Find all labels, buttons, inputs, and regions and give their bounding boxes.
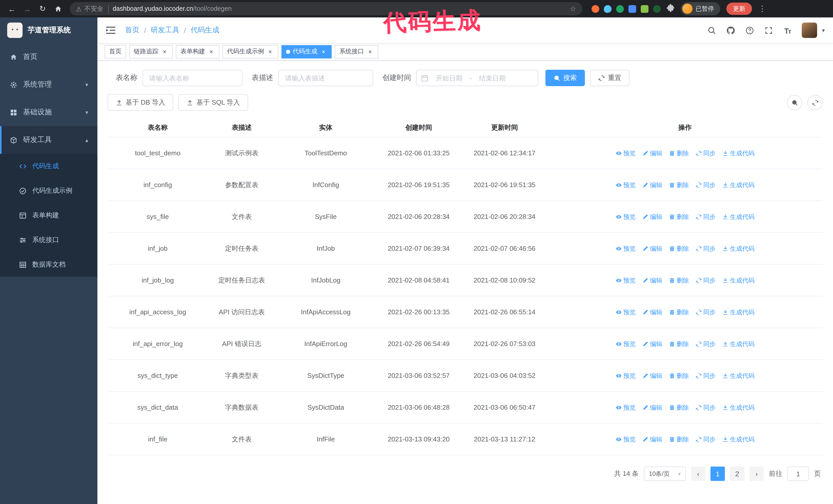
delete-link[interactable]: 删除 bbox=[669, 148, 689, 158]
goto-page-input[interactable] bbox=[787, 466, 809, 481]
page-button-1[interactable]: 1 bbox=[711, 466, 725, 481]
generate-code-link[interactable]: 生成代码 bbox=[722, 244, 755, 253]
search-icon[interactable] bbox=[707, 26, 716, 35]
tab-5[interactable]: 系统接口× bbox=[335, 45, 378, 58]
sidebar-item-system-api[interactable]: 系统接口 bbox=[0, 227, 97, 252]
sync-link[interactable]: 同步 bbox=[696, 180, 716, 189]
sidebar-item-db-doc[interactable]: 数据库文档 bbox=[0, 252, 97, 277]
preview-link[interactable]: 预览 bbox=[616, 434, 636, 444]
import-db-button[interactable]: 基于 DB 导入 bbox=[108, 94, 173, 111]
sidebar-item-home[interactable]: 首页 bbox=[0, 43, 97, 71]
generate-code-link[interactable]: 生成代码 bbox=[722, 371, 755, 380]
browser-update-button[interactable]: 更新 bbox=[727, 3, 752, 15]
sync-link[interactable]: 同步 bbox=[696, 148, 716, 158]
edit-link[interactable]: 编辑 bbox=[642, 434, 662, 444]
sidebar-item-infrastructure[interactable]: 基础设施 ▾ bbox=[0, 98, 97, 126]
preview-link[interactable]: 预览 bbox=[616, 180, 636, 189]
preview-link[interactable]: 预览 bbox=[616, 403, 636, 412]
extension-icon[interactable] bbox=[604, 5, 612, 13]
extension-icon[interactable] bbox=[641, 5, 648, 13]
sync-link[interactable]: 同步 bbox=[696, 244, 716, 253]
sync-link[interactable]: 同步 bbox=[696, 339, 716, 349]
delete-link[interactable]: 删除 bbox=[669, 339, 689, 349]
help-icon[interactable] bbox=[745, 26, 754, 35]
preview-link[interactable]: 预览 bbox=[616, 339, 636, 349]
avatar-caret-down-icon[interactable]: ▾ bbox=[822, 27, 825, 33]
reset-button[interactable]: 重置 bbox=[590, 70, 629, 86]
delete-link[interactable]: 删除 bbox=[669, 434, 689, 444]
preview-link[interactable]: 预览 bbox=[616, 148, 636, 158]
tab-0[interactable]: 首页 bbox=[104, 45, 126, 58]
tab-1[interactable]: 链路追踪× bbox=[129, 45, 173, 58]
delete-link[interactable]: 删除 bbox=[669, 275, 689, 285]
browser-home-button[interactable] bbox=[51, 2, 65, 16]
url-bar[interactable]: ⚠ 不安全 dashboard.yudao.iocoder.cn/tool/co… bbox=[70, 2, 582, 16]
generate-code-link[interactable]: 生成代码 bbox=[722, 148, 755, 158]
edit-link[interactable]: 编辑 bbox=[642, 371, 662, 380]
delete-link[interactable]: 删除 bbox=[669, 180, 689, 189]
sidebar-item-codegen-example[interactable]: 代码生成示例 bbox=[0, 178, 97, 203]
generate-code-link[interactable]: 生成代码 bbox=[722, 434, 755, 444]
preview-link[interactable]: 预览 bbox=[616, 244, 636, 253]
sync-link[interactable]: 同步 bbox=[696, 434, 716, 444]
preview-link[interactable]: 预览 bbox=[616, 212, 636, 221]
browser-back-button[interactable]: ← bbox=[5, 2, 19, 16]
sync-link[interactable]: 同步 bbox=[696, 371, 716, 380]
generate-code-link[interactable]: 生成代码 bbox=[722, 180, 755, 189]
browser-reload-button[interactable]: ↻ bbox=[36, 2, 49, 16]
delete-link[interactable]: 删除 bbox=[669, 307, 689, 317]
tab-4[interactable]: 代码生成× bbox=[281, 45, 332, 58]
generate-code-link[interactable]: 生成代码 bbox=[722, 307, 755, 317]
extension-icon[interactable] bbox=[653, 5, 661, 13]
delete-link[interactable]: 删除 bbox=[669, 371, 689, 380]
delete-link[interactable]: 删除 bbox=[669, 244, 689, 253]
edit-link[interactable]: 编辑 bbox=[642, 307, 662, 317]
tab-3[interactable]: 代码生成示例× bbox=[222, 45, 278, 58]
next-page-button[interactable]: › bbox=[749, 466, 764, 481]
table-name-input[interactable] bbox=[143, 70, 242, 86]
preview-link[interactable]: 预览 bbox=[616, 275, 636, 285]
edit-link[interactable]: 编辑 bbox=[642, 180, 662, 189]
table-desc-input[interactable] bbox=[278, 70, 373, 86]
delete-link[interactable]: 删除 bbox=[669, 212, 689, 221]
start-date-input[interactable] bbox=[430, 74, 469, 82]
edit-link[interactable]: 编辑 bbox=[642, 339, 662, 349]
browser-forward-button[interactable]: → bbox=[21, 2, 34, 16]
site-security-chip[interactable]: ⚠ 不安全 bbox=[76, 4, 109, 13]
github-icon[interactable] bbox=[726, 26, 735, 35]
breadcrumb-home[interactable]: 首页 bbox=[125, 26, 139, 35]
breadcrumb-dev-tools[interactable]: 研发工具 bbox=[151, 26, 180, 35]
browser-profile-pill[interactable]: 已暂停 bbox=[681, 2, 720, 16]
extension-icon[interactable] bbox=[628, 5, 636, 13]
tab-2[interactable]: 表单构建× bbox=[176, 45, 219, 58]
extension-icon[interactable] bbox=[616, 5, 624, 13]
edit-link[interactable]: 编辑 bbox=[642, 212, 662, 221]
edit-link[interactable]: 编辑 bbox=[642, 403, 662, 412]
search-button[interactable]: 搜索 bbox=[545, 70, 585, 86]
bookmark-star-icon[interactable]: ☆ bbox=[570, 5, 576, 13]
prev-page-button[interactable]: ‹ bbox=[691, 466, 705, 481]
font-size-icon[interactable] bbox=[783, 26, 792, 35]
tab-close-icon[interactable]: × bbox=[320, 48, 327, 55]
extension-icon[interactable] bbox=[592, 5, 599, 13]
sidebar-logo[interactable]: 芋道管理系统 bbox=[0, 18, 97, 43]
sidebar-item-form-builder[interactable]: 表单构建 bbox=[0, 203, 97, 227]
sync-link[interactable]: 同步 bbox=[696, 275, 716, 285]
generate-code-link[interactable]: 生成代码 bbox=[722, 339, 755, 349]
sync-link[interactable]: 同步 bbox=[696, 212, 716, 221]
sync-link[interactable]: 同步 bbox=[696, 403, 716, 412]
sidebar-item-dev-tools[interactable]: 研发工具 ▴ bbox=[0, 126, 97, 154]
extensions-puzzle-icon[interactable] bbox=[665, 4, 674, 13]
generate-code-link[interactable]: 生成代码 bbox=[722, 275, 755, 285]
tab-close-icon[interactable]: × bbox=[366, 48, 374, 55]
user-avatar[interactable] bbox=[802, 23, 817, 38]
sidebar-item-codegen[interactable]: 代码生成 bbox=[0, 154, 97, 178]
end-date-input[interactable] bbox=[473, 74, 512, 82]
hamburger-icon[interactable] bbox=[105, 26, 116, 34]
page-button-2[interactable]: 2 bbox=[730, 466, 744, 481]
generate-code-link[interactable]: 生成代码 bbox=[722, 403, 755, 412]
import-sql-button[interactable]: 基于 SQL 导入 bbox=[178, 94, 248, 111]
page-size-select[interactable]: 10条/页 ▾ bbox=[644, 466, 686, 481]
create-time-range-picker[interactable]: - bbox=[416, 70, 538, 86]
sidebar-item-system[interactable]: 系统管理 ▾ bbox=[0, 71, 97, 98]
